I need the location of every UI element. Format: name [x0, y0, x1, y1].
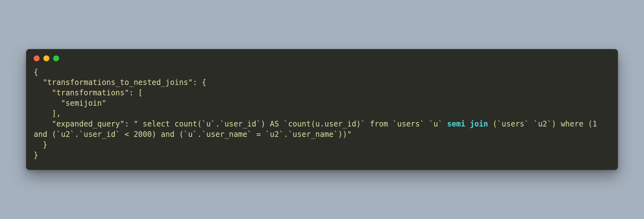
code-highlight: semi join: [447, 120, 488, 128]
zoom-icon[interactable]: [53, 55, 59, 61]
minimize-icon[interactable]: [43, 55, 49, 61]
code-block: { "transformations_to_nested_joins": { "…: [26, 64, 618, 161]
code-pre: { "transformations_to_nested_joins": { "…: [34, 68, 447, 129]
close-icon[interactable]: [34, 55, 40, 61]
code-window: { "transformations_to_nested_joins": { "…: [26, 49, 618, 170]
titlebar: [26, 49, 618, 64]
